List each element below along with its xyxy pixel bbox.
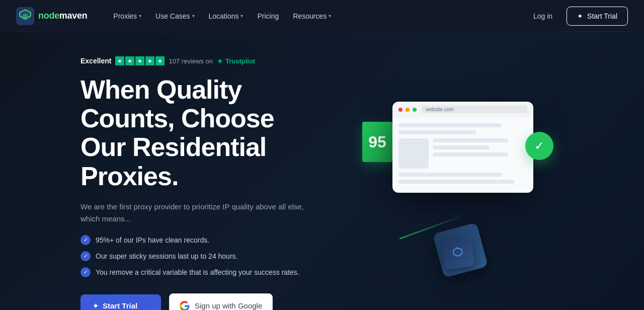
chevron-down-icon: ▾ <box>139 13 141 19</box>
google-icon <box>180 301 190 310</box>
nav-item-resources[interactable]: Resources ▾ <box>287 8 337 24</box>
login-button[interactable]: Log in <box>527 8 558 24</box>
content-line-3 <box>433 138 508 142</box>
star-5: ★ <box>155 56 165 65</box>
browser-max-dot <box>413 108 417 112</box>
trustpilot-platform: Trustpilot <box>225 57 255 65</box>
chevron-down-icon: ▾ <box>329 13 331 19</box>
sparkle-icon: ✦ <box>577 12 583 20</box>
star-3: ★ <box>135 56 144 65</box>
content-lines <box>433 138 527 169</box>
sparkle-icon: ✦ <box>93 302 99 310</box>
feature-item-3: ✓ You remove a critical variable that is… <box>80 267 322 277</box>
check-icon-2: ✓ <box>80 251 91 261</box>
hero-section: Excellent ★ ★ ★ ★ ★ 107 reviews on ★ Tru… <box>0 32 644 310</box>
nav-start-trial-button[interactable]: ✦ Start Trial <box>567 7 628 26</box>
nav-item-proxies[interactable]: Proxies ▾ <box>107 8 147 24</box>
content-line-5 <box>433 152 508 157</box>
star-2: ★ <box>125 56 134 65</box>
trustpilot-stars: ★ ★ ★ ★ ★ <box>115 56 165 65</box>
content-line-1 <box>398 123 502 127</box>
hero-visual: 95 website.com <box>322 92 564 283</box>
floating-checkmark: ✓ <box>525 132 553 160</box>
browser-content <box>392 117 533 193</box>
content-line-4 <box>433 145 490 149</box>
google-signup-button[interactable]: Sign up with Google <box>169 293 273 310</box>
content-line-2 <box>398 130 476 134</box>
star-4: ★ <box>145 56 154 65</box>
chevron-down-icon: ▾ <box>192 13 195 19</box>
browser-close-dot <box>398 108 403 112</box>
check-icon-3: ✓ <box>80 267 91 277</box>
trustpilot-row: Excellent ★ ★ ★ ★ ★ 107 reviews on ★ Tru… <box>80 56 322 65</box>
hero-heading: When Quality Counts, Choose Our Resident… <box>80 75 322 191</box>
hero-content: Excellent ★ ★ ★ ★ ★ 107 reviews on ★ Tru… <box>80 56 322 310</box>
feature-list: ✓ 95%+ of our IPs have clean records. ✓ … <box>80 235 322 277</box>
content-block <box>398 138 527 169</box>
navbar: nodemaven Proxies ▾ Use Cases ▾ Location… <box>0 0 644 32</box>
nav-right: Log in ✦ Start Trial <box>527 7 628 26</box>
browser-min-dot <box>406 108 410 112</box>
nav-item-usecases[interactable]: Use Cases ▾ <box>149 8 200 24</box>
trustpilot-review-count: 107 reviews on <box>169 57 212 65</box>
trustpilot-star-icon: ★ <box>217 57 223 65</box>
small-cube-icon <box>450 245 466 261</box>
star-1: ★ <box>115 56 124 65</box>
logo-text: nodemaven <box>38 11 87 21</box>
browser-url: website.com <box>422 106 527 113</box>
score-badge: 95 <box>362 122 392 162</box>
feature-item-2: ✓ Our super sticky sessions last up to 2… <box>80 251 322 261</box>
trustpilot-logo: ★ Trustpilot <box>217 57 255 65</box>
logo[interactable]: nodemaven <box>16 7 87 25</box>
feature-item-1: ✓ 95%+ of our IPs have clean records. <box>80 235 322 245</box>
content-image <box>398 138 429 169</box>
nav-links: Proxies ▾ Use Cases ▾ Locations ▾ Pricin… <box>107 8 527 24</box>
browser-mockup: website.com <box>392 102 533 193</box>
nav-item-locations[interactable]: Locations ▾ <box>203 8 250 24</box>
content-line-6 <box>398 173 502 177</box>
nav-item-pricing[interactable]: Pricing <box>251 8 285 24</box>
hero-buttons: ✦ Start Trial Sign up with Google <box>80 293 322 310</box>
check-icon-1: ✓ <box>80 235 91 245</box>
start-trial-button[interactable]: ✦ Start Trial <box>80 294 161 310</box>
cube-small <box>441 236 475 270</box>
chevron-down-icon: ▾ <box>240 13 243 19</box>
browser-bar: website.com <box>392 102 533 117</box>
trustpilot-excellent: Excellent <box>80 57 111 65</box>
content-line-7 <box>398 180 514 184</box>
hero-description: We are the first proxy provider to prior… <box>80 201 312 225</box>
